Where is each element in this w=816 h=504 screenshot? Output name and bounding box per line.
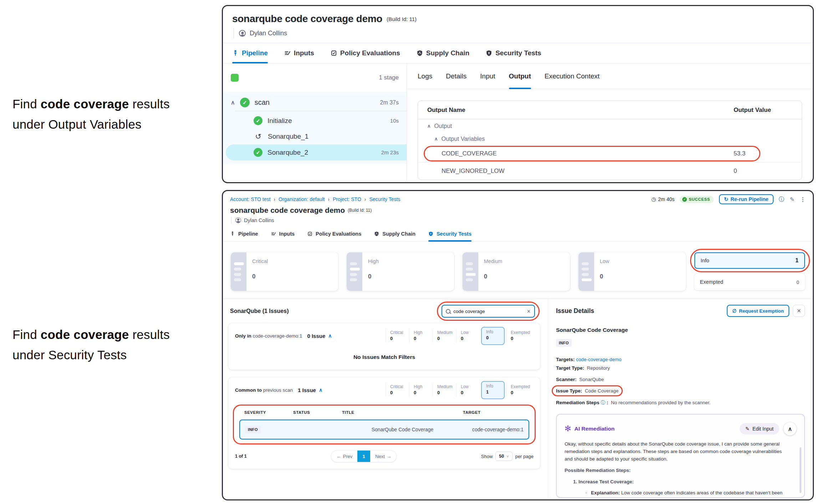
search-box[interactable]: ✕: [442, 305, 535, 318]
common-to-card: Common to previous scan 1 Issue ∧ Critic…: [229, 377, 540, 469]
search-icon: [446, 309, 450, 314]
collapse-chevron-icon[interactable]: ∧: [434, 136, 438, 142]
stage-sidebar: 1 stage ∧ ✓ scan 2m 37s ✓ Initialize 10s…: [223, 63, 407, 181]
filter-critical[interactable]: Critical0: [386, 383, 409, 397]
tab-security-tests[interactable]: Security Tests: [486, 43, 541, 63]
tab-input[interactable]: Input: [480, 63, 495, 89]
severity-card-exempted[interactable]: Exempted 0: [694, 274, 805, 290]
output-table: Output Name Output Value ∧ Output ∧ Outp…: [418, 101, 802, 180]
filter-high[interactable]: High0: [409, 329, 433, 343]
filter-low[interactable]: Low0: [456, 383, 480, 397]
breadcrumb-security-tests[interactable]: Security Tests: [369, 196, 400, 202]
filter-medium[interactable]: Medium0: [433, 383, 456, 397]
severity-card-info[interactable]: Info 1: [694, 252, 805, 269]
tab-inputs[interactable]: Inputs: [284, 43, 314, 63]
filter-low[interactable]: Low0: [456, 329, 480, 343]
status-badge: ✓ SUCCESS: [680, 196, 714, 203]
scrollbar-thumb[interactable]: [800, 447, 801, 493]
filter-info[interactable]: Info0: [481, 327, 505, 345]
issue-title: SonarQube Code Coverage: [556, 327, 805, 333]
stage-row-scan[interactable]: ∧ ✓ scan 2m 37s: [223, 95, 407, 111]
tab-output[interactable]: Output: [509, 63, 531, 89]
ai-remediation-card: ✻ AI Remediation ✎ Edit Input ∧ Okay, wi…: [556, 414, 805, 498]
tab-pipeline[interactable]: Pipeline: [232, 43, 268, 63]
tab-policy-evaluations[interactable]: Policy Evaluations: [331, 43, 400, 63]
issue-type-row: Issue Type: Code Coverage: [556, 388, 805, 394]
execution-header: sonarqube code coverage demo (Build Id: …: [223, 6, 813, 38]
issues-table-header: SEVERITY STATUS TITLE TARGET: [239, 409, 529, 420]
tab-execution-context[interactable]: Execution Context: [545, 63, 600, 89]
author-row: Dylan Collins: [231, 217, 806, 224]
annotation-line1: Find code coverage results: [12, 324, 170, 345]
severity-card-medium[interactable]: Medium0: [463, 252, 570, 291]
eye-off-icon: ∅: [732, 308, 736, 314]
filter-medium[interactable]: Medium0: [433, 329, 456, 343]
tab-pipeline[interactable]: Pipeline: [230, 226, 258, 241]
collapse-chevron-icon[interactable]: ∧: [427, 123, 431, 129]
rerun-pipeline-button[interactable]: ↻ Re-run Pipeline: [719, 194, 774, 204]
inputs-icon: [271, 231, 276, 236]
issues-table: SEVERITY STATUS TITLE TARGET INFO SonarQ…: [235, 405, 534, 444]
info-icon[interactable]: ⓘ: [601, 400, 605, 405]
collapse-chevron-icon[interactable]: ∧: [231, 99, 235, 106]
next-page-button[interactable]: Next→: [370, 451, 396, 462]
tab-details[interactable]: Details: [446, 63, 466, 89]
request-exemption-button[interactable]: ∅ Request Exemption: [727, 305, 789, 317]
target-link[interactable]: code-coverage-demo: [576, 357, 622, 362]
tab-supply-chain[interactable]: Supply Chain: [374, 226, 415, 241]
collapse-chevron-icon[interactable]: ∧: [328, 333, 332, 339]
close-details-button[interactable]: ✕: [793, 305, 805, 317]
filter-info[interactable]: Info1: [481, 381, 505, 399]
page-1-button[interactable]: 1: [357, 451, 370, 462]
info-exempted-stack: Info 1 Exempted 0: [694, 252, 805, 291]
security-shield-icon: [428, 231, 433, 236]
breadcrumb-project[interactable]: Project: STO: [333, 196, 361, 202]
prev-page-button[interactable]: ←Prev: [331, 451, 357, 462]
supply-chain-shield-icon: [417, 50, 423, 56]
search-input[interactable]: [453, 309, 524, 314]
severity-card-low[interactable]: Low0: [578, 252, 686, 291]
info-icon[interactable]: ⓘ: [779, 196, 785, 203]
filter-exempted[interactable]: Exempted0: [506, 383, 534, 397]
edit-pencil-icon[interactable]: ✎: [790, 196, 795, 203]
security-tests-screenshot: Account: STO test › Organization: defaul…: [222, 190, 814, 500]
tab-inputs[interactable]: Inputs: [271, 226, 295, 241]
close-icon: ✕: [797, 308, 801, 314]
issue-target: code-coverage-demo:1: [462, 427, 524, 432]
policy-check-icon: [307, 231, 312, 236]
severity-card-high[interactable]: High0: [347, 252, 454, 291]
filter-exempted[interactable]: Exempted0: [506, 329, 534, 343]
breadcrumb-account[interactable]: Account: STO test: [230, 196, 270, 202]
tab-supply-chain[interactable]: Supply Chain: [417, 43, 469, 63]
success-check-icon: ✓: [254, 148, 262, 157]
filter-critical[interactable]: Critical0: [386, 329, 409, 343]
output-variables-group[interactable]: ∧ Output Variables: [418, 132, 802, 145]
tab-logs[interactable]: Logs: [418, 63, 432, 89]
author-name: Dylan Collins: [244, 217, 274, 223]
severity-card-critical[interactable]: Critical0: [231, 252, 338, 291]
chevron-up-icon: ∧: [788, 426, 792, 432]
page-range: 1 of 1: [235, 454, 247, 459]
clear-search-icon[interactable]: ✕: [527, 309, 531, 314]
breadcrumb: Account: STO test › Organization: defaul…: [230, 196, 400, 202]
page-title: sonarqube code coverage demo: [230, 206, 345, 215]
tab-policy-evaluations[interactable]: Policy Evaluations: [307, 226, 361, 241]
filter-high[interactable]: High0: [409, 383, 433, 397]
edit-input-button[interactable]: ✎ Edit Input: [740, 423, 779, 434]
issue-count: 1 Issue: [298, 387, 316, 393]
stage-tree: ∧ ✓ scan 2m 37s ✓ Initialize 10s ↺ Sonar…: [223, 92, 407, 164]
collapse-ai-button[interactable]: ∧: [784, 422, 796, 435]
step-row-sonarqube-1[interactable]: ↺ Sonarqube_1: [223, 129, 407, 144]
page-size-select[interactable]: 50 ˅: [495, 452, 512, 461]
author-row: Dylan Collins: [234, 28, 804, 38]
tab-security-tests[interactable]: Security Tests: [428, 226, 471, 241]
issue-row-sonarqube-code-coverage[interactable]: INFO SonarQube Code Coverage code-covera…: [239, 420, 529, 439]
supply-chain-shield-icon: [374, 231, 379, 236]
collapse-chevron-icon[interactable]: ∧: [319, 387, 322, 393]
breadcrumb-organization[interactable]: Organization: default: [279, 196, 325, 202]
execution-tabbar: Pipeline Inputs Policy Evaluations Suppl…: [223, 43, 813, 63]
step-row-initialize[interactable]: ✓ Initialize 10s: [223, 113, 407, 129]
step-row-sonarqube-2[interactable]: ✓ Sonarqube_2 2m 23s: [226, 144, 407, 160]
kebab-menu-icon[interactable]: ⋮: [800, 196, 806, 203]
output-group[interactable]: ∧ Output: [418, 119, 802, 132]
